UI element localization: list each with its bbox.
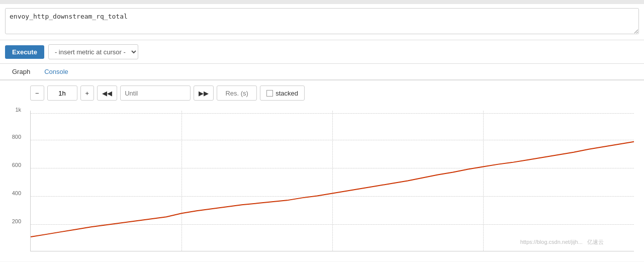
chart-svg — [31, 111, 634, 251]
chart-container: 1k 800 600 400 200 https://blog.csdn.net… — [0, 106, 644, 261]
time-forward-button[interactable]: ▶▶ — [194, 85, 214, 101]
stacked-checkbox-icon — [266, 90, 273, 97]
until-input[interactable] — [120, 85, 191, 101]
y-label-400: 400 — [12, 190, 21, 196]
y-label-800: 800 — [12, 134, 21, 140]
watermark-brand: 亿速云 — [587, 239, 604, 245]
stacked-label: stacked — [275, 90, 298, 97]
y-axis-labels: 1k 800 600 400 200 — [0, 106, 25, 246]
time-plus-button[interactable]: + — [80, 85, 95, 101]
top-bar — [0, 0, 644, 4]
toolbar: Execute - insert metric at cursor - — [0, 40, 644, 64]
time-range-input[interactable] — [47, 85, 77, 101]
query-area: envoy_http_downstream_rq_total — [0, 4, 644, 40]
tab-graph[interactable]: Graph — [5, 64, 37, 80]
y-label-1k: 1k — [15, 107, 21, 113]
stacked-button[interactable]: stacked — [260, 85, 305, 101]
res-input[interactable] — [217, 85, 257, 101]
chart-area: https://blog.csdn.net/jijh... 亿速云 — [30, 111, 634, 251]
y-label-200: 200 — [12, 218, 21, 224]
y-label-600: 600 — [12, 162, 21, 168]
metric-select[interactable]: - insert metric at cursor - — [48, 44, 138, 59]
time-minus-button[interactable]: − — [30, 85, 44, 101]
watermark-text: https://blog.csdn.net/jijh... — [520, 239, 583, 245]
tabs: Graph Console — [0, 64, 644, 80]
tab-console[interactable]: Console — [37, 64, 75, 80]
execute-button[interactable]: Execute — [5, 45, 44, 59]
watermark: https://blog.csdn.net/jijh... 亿速云 — [520, 238, 604, 246]
chart-line — [31, 142, 634, 237]
graph-controls: − + ◀◀ ▶▶ stacked — [0, 80, 644, 106]
query-input[interactable]: envoy_http_downstream_rq_total — [5, 8, 639, 34]
time-back-button[interactable]: ◀◀ — [97, 85, 117, 101]
